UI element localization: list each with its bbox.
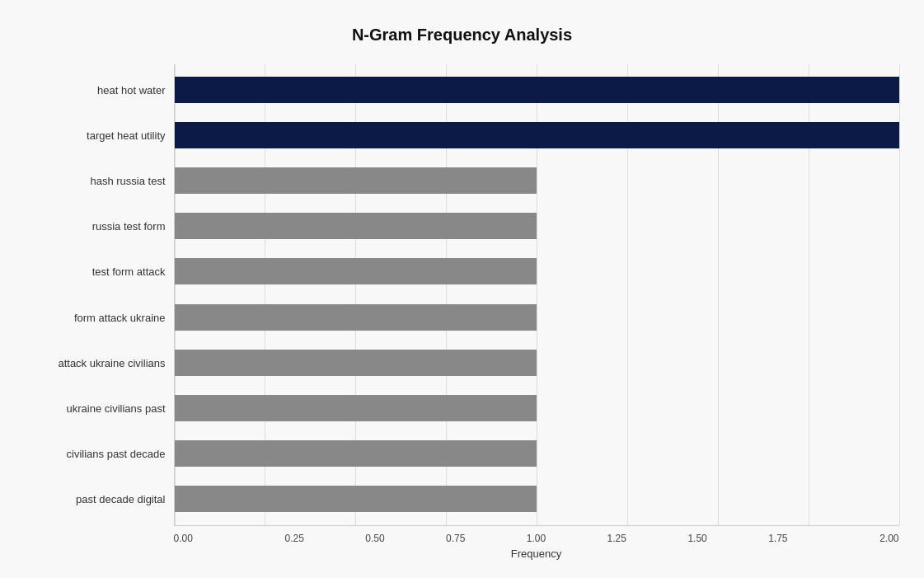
x-tick-label: 0.75 <box>415 533 496 544</box>
bar-row <box>175 208 899 244</box>
bar <box>175 304 537 331</box>
chart-title: N-Gram Frequency Analysis <box>26 26 899 45</box>
y-label: hash russia test <box>90 159 165 202</box>
y-label: form attack ukraine <box>74 296 166 339</box>
bar-row <box>175 162 899 199</box>
bar <box>175 486 537 512</box>
bar-row <box>175 299 899 336</box>
x-tick-label: 2.00 <box>818 533 899 544</box>
bar-row <box>175 345 899 381</box>
bar <box>175 213 537 239</box>
bars-area <box>174 64 899 526</box>
chart-area: heat hot watertarget heat utilityhash ru… <box>26 64 899 526</box>
y-axis-labels: heat hot watertarget heat utilityhash ru… <box>26 64 174 526</box>
y-label: target heat utility <box>87 114 165 157</box>
bar-row <box>175 72 899 108</box>
y-label: heat hot water <box>97 68 165 111</box>
x-axis-title: Frequency <box>174 547 899 560</box>
y-label: past decade digital <box>76 478 165 521</box>
x-tick-label: 0.50 <box>335 533 415 544</box>
bar <box>175 258 537 284</box>
x-tick-label: 1.75 <box>738 533 818 544</box>
chart-container: N-Gram Frequency Analysis heat hot water… <box>9 9 916 570</box>
bar <box>175 122 899 148</box>
bar-row <box>175 390 899 426</box>
bar <box>175 77 899 103</box>
bar <box>175 350 537 376</box>
y-label: test form attack <box>92 251 166 294</box>
x-tick-label: 0.00 <box>174 533 255 544</box>
bar-row <box>175 481 899 517</box>
x-tick-label: 1.00 <box>496 533 577 544</box>
y-label: russia test form <box>92 205 166 248</box>
x-tick-label: 1.25 <box>576 533 657 544</box>
y-label: civilians past decade <box>67 433 166 476</box>
bar <box>175 395 537 421</box>
y-label: attack ukraine civilians <box>58 341 165 384</box>
x-axis-labels: 0.000.250.500.751.001.251.501.752.00 <box>174 526 899 544</box>
bar <box>175 167 537 194</box>
bar-row <box>175 435 899 472</box>
bar <box>175 440 537 467</box>
bars-wrapper <box>175 64 899 525</box>
x-tick-label: 1.50 <box>657 533 738 544</box>
bar-row <box>175 117 899 153</box>
bar-row <box>175 253 899 289</box>
grid-line <box>899 64 900 525</box>
x-tick-label: 0.25 <box>254 533 335 544</box>
y-label: ukraine civilians past <box>67 387 166 430</box>
